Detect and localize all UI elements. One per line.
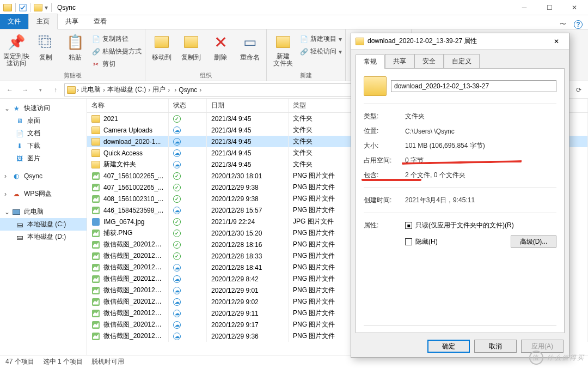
dialog-folder-icon [364,76,387,96]
dialog-icon [356,38,364,45]
status-cloud-icon: ☁ [173,321,181,329]
file-name: 408_1561002310_... [103,195,163,203]
status-synced-icon: ✓ [173,172,181,180]
file-date: 2020/12/29 9:17 [207,319,289,330]
dialog-titlebar[interactable]: download_2020-12-02_13-39-27 属性 ✕ [351,33,569,50]
sidebar-desktop[interactable]: 🖥桌面 [0,114,87,127]
refresh-button[interactable]: ⟳ [573,84,585,96]
file-date: 2021/3/4 9:45 [207,113,289,124]
sidebar-quick-access[interactable]: ⌄★快速访问 [0,102,87,114]
breadcrumb-seg[interactable]: Qsync [177,86,198,94]
nav-recent-button[interactable]: ▾ [34,83,47,96]
dialog-tab-share[interactable]: 共享 [385,54,414,68]
minimize-button[interactable]: ─ [512,0,537,15]
file-name: Camera Uploads [103,126,152,134]
status-selected: 选中 1 个项目 [43,357,83,366]
status-cloud-icon: ☁ [173,287,181,294]
paste-shortcut-button[interactable]: 🔗粘贴快捷方式 [91,46,142,57]
file-name: 微信截图_2020122... [103,297,164,306]
status-cloud-icon: ☁ [173,161,181,168]
paste-button[interactable]: 📋粘贴 [62,31,88,62]
dialog-close-button[interactable]: ✕ [548,38,565,45]
nav-back-button[interactable]: ← [3,83,16,96]
dialog-tab-custom[interactable]: 自定义 [444,54,480,68]
advanced-button[interactable]: 高级(D)... [511,236,556,248]
annotation-redline [362,178,421,181]
file-name: 446_1584523598_... [103,207,163,214]
easy-access-button[interactable]: 🔗轻松访问 ▾ [299,46,342,57]
readonly-checkbox[interactable]: ■只读(仅应用于文件夹中的文件)(R) [405,221,556,230]
file-name: Quick Access [103,149,143,157]
rename-button[interactable]: ▭重命名 [237,31,263,62]
file-name: 微信截图_2020122... [103,286,164,295]
file-date: 2021/3/4 9:45 [207,147,289,159]
breadcrumb-seg[interactable]: 用户 [151,85,167,94]
nav-forward-button[interactable]: → [19,83,32,96]
status-cloud-icon: ☁ [173,310,181,317]
cut-button[interactable]: ✂剪切 [91,58,142,70]
file-name: 微信截图_2020122... [103,331,164,341]
nav-up-button[interactable]: ↑ [49,83,62,96]
sidebar-drive-d[interactable]: 🖴本地磁盘 (D:) [0,231,87,243]
tab-share[interactable]: 共享 [58,14,86,29]
png-icon [91,275,100,283]
app-icon [3,4,12,11]
dialog-title: download_2020-12-02_13-39-27 属性 [367,37,477,46]
sidebar-qsync[interactable]: ›◐Qsync [0,170,87,182]
sidebar-pictures[interactable]: 🖼图片 [0,152,87,165]
delete-button[interactable]: ✕删除 [207,31,234,62]
copy-button[interactable]: ⿻复制 [33,31,59,62]
close-button[interactable]: ✕ [562,0,587,15]
new-item-button[interactable]: 📄新建项目 ▾ [299,33,342,45]
ribbon-collapse-icon[interactable]: 〜 [560,20,566,29]
sidebar-wps[interactable]: ›☁WPS网盘 [0,188,87,200]
copy-path-button[interactable]: 📄复制路径 [91,33,142,45]
sidebar: ⌄★快速访问 🖥桌面 📄文档 ⬇下载 🖼图片 ›◐Qsync ›☁WPS网盘 ⌄… [0,99,87,355]
sidebar-downloads[interactable]: ⬇下载 [0,140,87,152]
file-date: 2020/12/30 18:01 [207,170,289,182]
folder-icon [91,126,100,134]
sidebar-drive-c[interactable]: 🖴本地磁盘 (C:) [0,218,87,231]
status-synced-icon: ✓ [173,115,181,123]
col-name[interactable]: 名称 [87,99,169,112]
file-date: 2020/12/28 18:16 [207,239,289,250]
apply-button[interactable]: 应用(A) [521,340,564,353]
file-date: 2020/12/29 9:02 [207,296,289,307]
file-name: 407_1561002265_... [103,184,163,191]
col-status[interactable]: 状态 [169,99,207,112]
move-to-button[interactable]: 移动到 [149,31,175,62]
status-offline: 脱机时可用 [91,357,124,366]
tab-home[interactable]: 主页 [28,14,58,29]
ok-button[interactable]: 确定 [427,340,470,353]
help-icon[interactable]: ? [574,20,583,29]
sidebar-documents[interactable]: 📄文档 [0,127,87,140]
cancel-button[interactable]: 取消 [474,340,517,353]
qat-folder-icon[interactable] [34,4,42,11]
tab-view[interactable]: 查看 [86,14,114,29]
pin-to-quick-access-button[interactable]: 📌固定到快 速访问 [3,31,29,67]
folder-icon [91,138,100,146]
dialog-tab-security[interactable]: 安全 [414,54,444,68]
label-disk: 占用空间: [364,156,401,165]
tab-file[interactable]: 文件 [0,14,28,29]
breadcrumb-seg[interactable]: 本地磁盘 (C:) [106,85,147,94]
folder-icon [91,115,100,123]
qat-dropdown-icon[interactable]: ▾ [45,4,48,11]
dialog-tab-general[interactable]: 常规 [356,55,385,69]
hidden-checkbox[interactable]: 隐藏(H) [405,237,438,246]
breadcrumb-seg[interactable]: 此电脑 [80,85,102,94]
file-date: 2020/12/29 9:11 [207,307,289,319]
sidebar-this-pc[interactable]: ⌄此电脑 [0,206,87,218]
copy-to-button[interactable]: 复制到 [178,31,204,62]
qat-checkbox-icon[interactable] [19,4,27,11]
properties-dialog: download_2020-12-02_13-39-27 属性 ✕ 常规 共享 … [351,33,569,358]
file-name: download_2020-1... [103,138,161,146]
maximize-button[interactable]: ☐ [537,0,562,15]
file-name: 407_1561002265_... [103,172,163,180]
file-name: 捕获.PNG [103,228,132,238]
png-icon [91,309,100,318]
dialog-name-input[interactable] [391,80,556,92]
new-folder-button[interactable]: 新建 文件夹 [270,31,296,67]
file-date: 2020/12/28 18:41 [207,262,289,273]
col-date[interactable]: 日期 [207,99,289,112]
